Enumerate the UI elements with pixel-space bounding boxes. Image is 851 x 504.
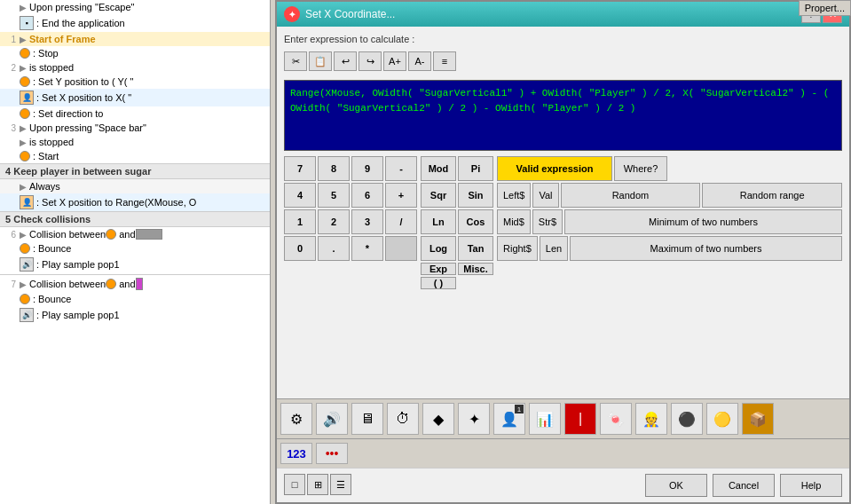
view-grid-btn[interactable]: ⊞ bbox=[307, 474, 328, 495]
btn-5[interactable]: 5 bbox=[318, 183, 350, 208]
btn-misc[interactable]: Misc. bbox=[458, 263, 493, 275]
btn-cos[interactable]: Cos bbox=[458, 209, 493, 234]
orange-icon bbox=[20, 76, 30, 87]
display-icon-btn[interactable]: 🖥 bbox=[351, 403, 383, 435]
btn-random-range[interactable]: Random range bbox=[702, 183, 842, 208]
font-smaller-button[interactable]: A- bbox=[408, 51, 431, 71]
event-spacebar-label: Upon pressing "Space bar" bbox=[29, 122, 146, 133]
btn-2[interactable]: 2 bbox=[318, 209, 350, 234]
cancel-button[interactable]: Cancel bbox=[713, 474, 775, 497]
action-bounce-1-label: : Bounce bbox=[33, 243, 71, 254]
event-collision-1[interactable]: 6 ▶ Collision between and bbox=[0, 227, 270, 241]
event-stopped-sub[interactable]: ▶ is stopped bbox=[0, 135, 270, 149]
btn-str-dollar[interactable]: Str$ bbox=[532, 209, 563, 234]
btn-val[interactable]: Val bbox=[532, 183, 558, 208]
arrow-icon: ▶ bbox=[20, 280, 27, 289]
event-start-frame[interactable]: 1 ▶ Start of Frame bbox=[0, 32, 270, 46]
score-icon-btn[interactable]: 📊 bbox=[529, 403, 561, 435]
btn-dot[interactable]: . bbox=[318, 236, 350, 261]
action-bounce-2[interactable]: : Bounce bbox=[0, 292, 270, 306]
player-icon-btn[interactable]: 👤 1 bbox=[493, 403, 525, 435]
btn-0[interactable]: 0 bbox=[284, 236, 316, 261]
expr-toolbar: ✂ 📋 ↩ ↪ A+ A- ≡ bbox=[284, 51, 842, 71]
btn-plus[interactable]: + bbox=[385, 183, 417, 208]
action-stop[interactable]: : Stop bbox=[0, 46, 270, 60]
btn-4[interactable]: 4 bbox=[284, 183, 316, 208]
btn-log[interactable]: Log bbox=[421, 236, 456, 261]
btn-random[interactable]: Random bbox=[561, 183, 701, 208]
valid-expression-btn[interactable]: Valid expression bbox=[497, 156, 612, 181]
timer-icon-btn[interactable]: ⏱ bbox=[387, 403, 419, 435]
obj-dots[interactable]: ••• bbox=[316, 443, 348, 464]
btn-mod[interactable]: Mod bbox=[421, 156, 456, 181]
bar-icon bbox=[136, 229, 162, 240]
btn-tan[interactable]: Tan bbox=[458, 236, 493, 261]
where-btn[interactable]: Where? bbox=[614, 156, 667, 181]
btn-8[interactable]: 8 bbox=[318, 156, 350, 181]
cut-button[interactable]: ✂ bbox=[284, 51, 307, 71]
btn-9[interactable]: 9 bbox=[351, 156, 383, 181]
btn-left-str[interactable]: Left$ bbox=[497, 183, 531, 208]
view-single-btn[interactable]: □ bbox=[284, 474, 305, 495]
action-set-y[interactable]: : Set Y position to ( Y( " bbox=[0, 75, 270, 89]
lives-icon-btn[interactable]: | bbox=[564, 403, 596, 435]
action-play-pop2[interactable]: 🔊 : Play sample pop1 bbox=[0, 306, 270, 324]
event-stopped-1[interactable]: 2 ▶ is stopped bbox=[0, 60, 270, 75]
expression-area[interactable]: Range(XMouse, OWidth( "SugarVertical1" )… bbox=[284, 80, 842, 151]
section-keep-player: 4 Keep player in between sugar bbox=[0, 163, 270, 179]
font-larger-button[interactable]: A+ bbox=[383, 51, 406, 71]
coin-icon-btn[interactable]: 🟡 bbox=[706, 403, 738, 435]
list-button[interactable]: ≡ bbox=[433, 51, 456, 71]
sound-icon-btn[interactable]: 🔊 bbox=[316, 403, 348, 435]
event-collision-2[interactable]: 7 ▶ Collision between and bbox=[0, 276, 270, 292]
btn-max-two[interactable]: Maximum of two numbers bbox=[570, 236, 842, 261]
btn-6[interactable]: 6 bbox=[351, 183, 383, 208]
btn-min-two[interactable]: Minimum of two numbers bbox=[564, 209, 842, 234]
btn-minus[interactable]: - bbox=[385, 156, 417, 181]
help-footer-button[interactable]: Help bbox=[780, 474, 842, 497]
btn-paren-open[interactable]: ( ) bbox=[421, 277, 456, 289]
redo-button[interactable]: ↪ bbox=[359, 51, 382, 71]
action-bounce-1[interactable]: : Bounce bbox=[0, 241, 270, 256]
btn-multiply[interactable]: * bbox=[351, 236, 383, 261]
arrow-icon: ▶ bbox=[20, 63, 27, 73]
undo-button[interactable]: ↩ bbox=[334, 51, 357, 71]
action-play-pop1-label: : Play sample pop1 bbox=[36, 259, 120, 270]
btn-7[interactable]: 7 bbox=[284, 156, 316, 181]
paste-button[interactable]: 📋 bbox=[309, 51, 332, 71]
box-icon-btn[interactable]: 📦 bbox=[742, 403, 774, 435]
btn-divide[interactable]: / bbox=[385, 209, 417, 234]
properties-btn[interactable]: Propert... bbox=[799, 0, 851, 16]
action-set-x-range[interactable]: 👤 : Set X position to Range(XMouse, O bbox=[0, 193, 270, 211]
btn-3[interactable]: 3 bbox=[351, 209, 383, 234]
settings-icon-btn[interactable]: ⚙ bbox=[280, 403, 312, 435]
btn-right-str[interactable]: Right$ bbox=[497, 236, 538, 261]
event-start-frame-label: Start of Frame bbox=[29, 34, 96, 44]
event-escape[interactable]: ▶ Upon pressing "Escape" bbox=[0, 0, 270, 14]
btn-sin[interactable]: Sin bbox=[458, 183, 493, 208]
btn-mid-str[interactable]: Mid$ bbox=[497, 209, 531, 234]
event-always[interactable]: ▶ Always bbox=[0, 179, 270, 193]
shape-icon-btn[interactable]: ◆ bbox=[422, 403, 454, 435]
effect-icon-btn[interactable]: ✦ bbox=[458, 403, 490, 435]
ball-icon-btn[interactable]: ⚫ bbox=[671, 403, 703, 435]
btn-len[interactable]: Len bbox=[540, 236, 568, 261]
action-bounce-2-label: : Bounce bbox=[33, 294, 71, 304]
char2-icon-btn[interactable]: 👷 bbox=[635, 403, 667, 435]
btn-pi[interactable]: Pi bbox=[458, 156, 493, 181]
event-spacebar[interactable]: 3 ▶ Upon pressing "Space bar" bbox=[0, 121, 270, 135]
btn-ln[interactable]: Ln bbox=[421, 209, 456, 234]
candy-icon-btn[interactable]: 🍬 bbox=[600, 403, 632, 435]
action-set-x[interactable]: 👤 : Set X position to X( " bbox=[0, 89, 270, 106]
action-start[interactable]: : Start bbox=[0, 149, 270, 163]
action-end-app[interactable]: ▪ : End the application bbox=[0, 14, 270, 32]
action-set-direction[interactable]: : Set direction to bbox=[0, 106, 270, 121]
btn-sqr[interactable]: Sqr bbox=[421, 183, 456, 208]
btn-exp[interactable]: Exp bbox=[421, 263, 456, 275]
ok-button[interactable]: OK bbox=[645, 474, 707, 497]
action-play-pop1[interactable]: 🔊 : Play sample pop1 bbox=[0, 256, 270, 273]
action-set-y-label: : Set Y position to ( Y( " bbox=[33, 76, 133, 87]
btn-1[interactable]: 1 bbox=[284, 209, 316, 234]
obj-counter[interactable]: 123 bbox=[280, 443, 312, 464]
view-list-btn[interactable]: ☰ bbox=[330, 474, 351, 495]
